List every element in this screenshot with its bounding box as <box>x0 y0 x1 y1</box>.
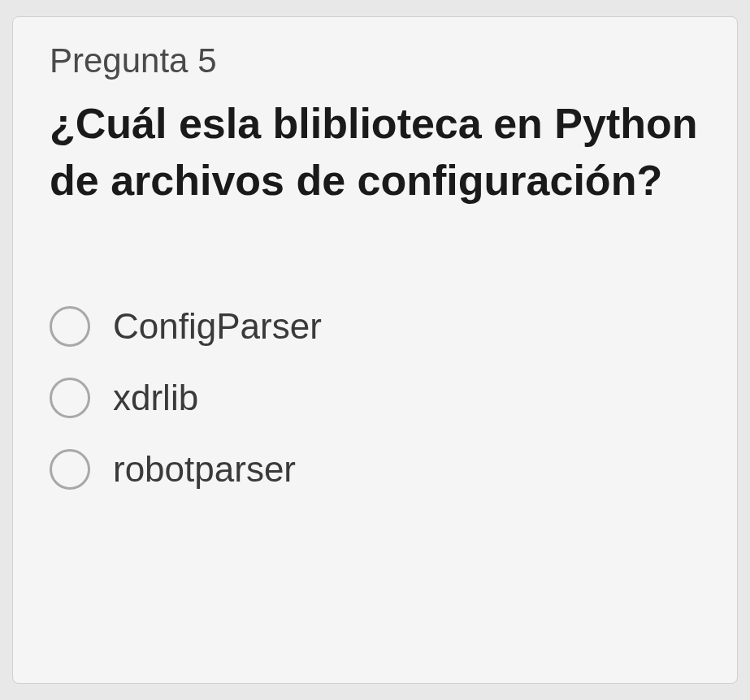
radio-icon[interactable] <box>50 306 90 347</box>
option-label: ConfigParser <box>113 306 322 347</box>
radio-icon[interactable] <box>50 378 90 418</box>
option-configparser[interactable]: ConfigParser <box>50 306 700 347</box>
radio-icon[interactable] <box>50 449 90 490</box>
question-card: Pregunta 5 ¿Cuál esla bliblioteca en Pyt… <box>12 16 738 684</box>
question-number: Pregunta 5 <box>50 41 700 80</box>
option-robotparser[interactable]: robotparser <box>50 449 700 490</box>
options-list: ConfigParser xdrlib robotparser <box>50 306 700 490</box>
option-label: robotparser <box>113 449 296 490</box>
option-xdrlib[interactable]: xdrlib <box>50 378 700 418</box>
question-text: ¿Cuál esla bliblioteca en Python de arch… <box>50 95 700 209</box>
option-label: xdrlib <box>113 378 198 418</box>
